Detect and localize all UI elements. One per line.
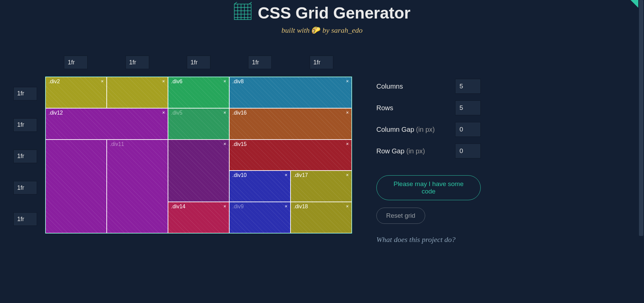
close-icon[interactable]: × [224,110,226,115]
col-unit-3[interactable] [187,56,210,69]
colgap-label: Column Gap (in px) [376,126,435,133]
title-text: CSS Grid Generator [258,4,410,22]
help-link[interactable]: What does this project do? [376,235,481,244]
placed-div16[interactable]: .div16 × [229,108,352,140]
placed-label: .div18 [294,204,308,209]
page-title: CSS Grid Generator [234,2,410,24]
colgap-input[interactable] [455,122,481,137]
grid-logo-icon [234,2,252,24]
close-icon[interactable]: × [285,204,287,209]
rowgap-label: Row Gap (in px) [376,147,425,155]
placed-div14[interactable]: .div14 × [168,202,229,233]
page-header: CSS Grid Generator built with 🌮 by sarah… [0,0,644,35]
close-icon[interactable]: × [346,79,349,84]
placed-div11-ext[interactable]: × [168,140,229,202]
rowgap-hint: (in px) [406,147,425,155]
placed-div10[interactable]: .div10 × [229,171,291,202]
controls-sidebar: Columns Rows Column Gap (in px) Row Gap … [376,79,481,244]
col-unit-5[interactable] [310,56,333,69]
colgap-hint: (in px) [416,126,435,133]
subtitle-author[interactable]: sarah_edo [331,26,363,34]
placed-div17[interactable]: .div17 × [291,171,352,202]
close-icon[interactable]: × [346,204,349,209]
svg-rect-0 [234,4,251,20]
svg-line-1 [234,2,237,4]
placed-label: .div11 [110,141,124,147]
colgap-label-text: Column Gap [376,126,416,133]
placed-div9[interactable]: .div9 × [229,202,291,233]
placed-label: .div12 [48,110,63,116]
subtitle-prefix: built with [281,26,311,34]
rows-input[interactable] [455,100,481,115]
placed-label: .div17 [294,172,308,178]
subtitle-by: by [323,26,331,34]
reset-grid-button[interactable]: Reset grid [376,208,425,224]
close-icon[interactable]: × [224,141,226,147]
close-icon[interactable]: × [346,172,349,178]
close-icon[interactable]: × [346,110,349,115]
close-icon[interactable]: × [285,172,287,178]
col-unit-1[interactable] [64,56,88,69]
placed-label: .div5 [171,110,182,116]
placed-div8[interactable]: .div8 × [229,77,352,108]
close-icon[interactable]: × [162,110,165,115]
generate-code-button[interactable]: Please may I have some code [376,175,481,200]
columns-field: Columns [376,79,481,94]
placed-div2[interactable]: .div2 × [45,77,107,108]
placed-label: .div15 [232,141,247,147]
placed-div5[interactable]: .div5 × [168,108,229,140]
placed-label: .div10 [232,172,247,178]
placed-div12-ext[interactable]: × [45,140,107,233]
close-icon[interactable]: × [162,79,165,84]
colgap-field: Column Gap (in px) [376,122,481,137]
placed-label: .div6 [171,79,182,84]
placed-label: .div8 [232,79,244,84]
close-icon[interactable]: × [346,141,349,147]
placed-label: .div9 [232,204,244,209]
row-unit-5[interactable] [13,212,37,226]
placed-div15[interactable]: .div15 × [229,140,352,171]
placed-div12[interactable]: .div12 × [45,108,168,140]
row-unit-2[interactable] [13,118,37,132]
row-unit-3[interactable] [13,150,37,163]
columns-label: Columns [376,83,403,90]
rows-label: Rows [376,104,393,112]
placed-label: .div14 [171,204,185,209]
placed-label: .div16 [232,110,247,116]
close-icon[interactable]: × [101,79,104,84]
scrollbar-track[interactable] [638,0,644,303]
rowgap-label-text: Row Gap [376,147,406,155]
column-unit-headers [45,56,352,69]
grid-workspace: .div2 × × .div6 × .div8 × .div12 × .div5… [13,56,367,77]
placed-label: .div2 [48,79,60,84]
subtitle: built with 🌮 by sarah_edo [0,26,644,35]
placed-div18[interactable]: .div18 × [291,202,352,233]
placed-div6[interactable]: .div6 × [168,77,229,108]
placed-div11[interactable]: .div11 × [107,140,168,233]
svg-line-2 [249,2,252,4]
rowgap-field: Row Gap (in px) [376,144,481,158]
grid-canvas[interactable]: .div2 × × .div6 × .div8 × .div12 × .div5… [45,77,352,234]
rowgap-input[interactable] [455,144,481,158]
placed-div2-ext[interactable]: × [107,77,168,108]
col-unit-2[interactable] [126,56,149,69]
scrollbar-thumb[interactable] [639,0,643,236]
col-unit-4[interactable] [248,56,272,69]
close-icon[interactable]: × [224,204,226,209]
rows-field: Rows [376,100,481,115]
columns-input[interactable] [455,79,481,94]
row-unit-headers [13,78,37,235]
row-unit-4[interactable] [13,181,37,194]
taco-icon: 🌮 [311,26,320,34]
row-unit-1[interactable] [13,87,37,100]
close-icon[interactable]: × [224,79,226,84]
